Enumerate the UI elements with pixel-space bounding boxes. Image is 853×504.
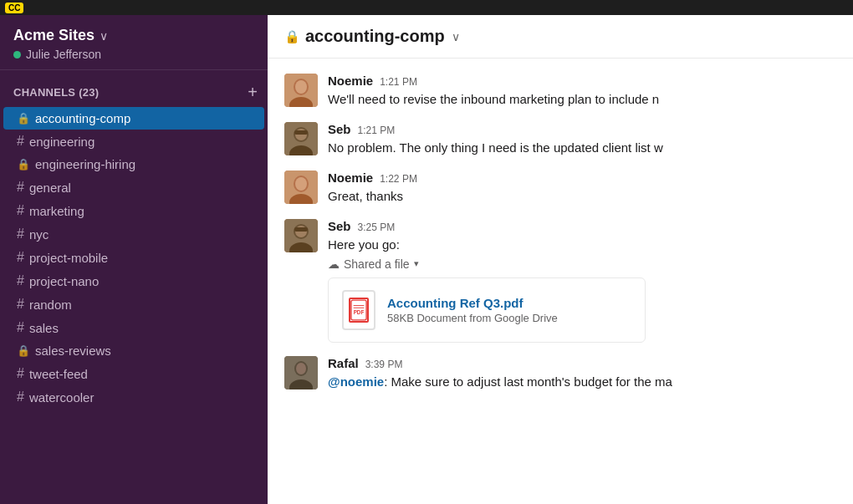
sidebar-item-accounting-comp[interactable]: 🔒 accounting-comp	[3, 107, 264, 130]
channel-header: 🔒 accounting-comp ∨	[268, 15, 853, 59]
message-row: Seb 3:25 PM Here you go: ☁ Shared a file…	[268, 212, 853, 349]
message-body: Noemie 1:22 PM Great, thanks	[328, 171, 836, 206]
hash-icon: #	[17, 320, 24, 335]
sidebar-item-general[interactable]: # general	[3, 176, 264, 199]
workspace-title[interactable]: Acme Sites ∨	[13, 27, 254, 44]
lock-icon: 🔒	[17, 112, 30, 125]
cc-topbar: CC	[0, 0, 853, 15]
shared-file-indicator: ☁ Shared a file ▾	[328, 257, 836, 271]
timestamp: 1:22 PM	[380, 173, 417, 185]
message-row: Seb 1:21 PM No problem. The only thing I…	[268, 115, 853, 164]
sidebar-item-marketing[interactable]: # marketing	[3, 199, 264, 222]
channel-name: engineering	[29, 135, 94, 149]
channel-name: project-nano	[29, 274, 99, 288]
channel-name: random	[29, 298, 72, 312]
timestamp: 1:21 PM	[358, 125, 396, 136]
avatar	[284, 356, 318, 389]
channel-lock-icon: 🔒	[284, 29, 300, 44]
hash-icon: #	[17, 366, 24, 381]
message-row: Rafal 3:39 PM @noemie: Make sure to adju…	[268, 349, 853, 398]
message-header: Rafal 3:39 PM	[328, 356, 836, 370]
hash-icon: #	[17, 180, 24, 195]
avatar	[284, 219, 318, 252]
channel-name: marketing	[29, 204, 84, 218]
file-info: Accounting Ref Q3.pdf 58KB Document from…	[387, 296, 631, 324]
message-header: Noemie 1:22 PM	[328, 171, 836, 185]
channel-name: watercooler	[29, 390, 94, 405]
sender-name: Rafal	[328, 356, 359, 370]
message-row: Noemie 1:22 PM Great, thanks	[268, 164, 853, 212]
hash-icon: #	[17, 389, 24, 405]
lock-icon: 🔒	[17, 158, 30, 171]
shared-file-label: Shared a file	[344, 257, 410, 271]
add-channel-icon[interactable]: +	[248, 84, 258, 100]
messages-area: Noemie 1:21 PM We'll need to revise the …	[268, 59, 853, 504]
avatar	[284, 74, 318, 107]
channel-name: accounting-comp	[35, 111, 130, 125]
channel-name: engineering-hiring	[35, 157, 135, 171]
sidebar-item-sales[interactable]: # sales	[3, 316, 264, 339]
cc-badge: CC	[5, 3, 23, 13]
sidebar-item-nyc[interactable]: # nyc	[3, 222, 264, 246]
channel-name: project-mobile	[29, 251, 108, 265]
hash-icon: #	[17, 227, 24, 242]
message-text: We'll need to revise the inbound marketi…	[328, 90, 836, 109]
channel-name: sales	[29, 321, 59, 335]
hash-icon: #	[17, 134, 24, 149]
hash-icon: #	[17, 250, 24, 265]
sender-name: Noemie	[328, 74, 373, 88]
file-attachment[interactable]: PDF Accounting Ref Q3.pdf 58KB Document …	[328, 277, 646, 343]
user-status: Julie Jefferson	[13, 48, 254, 61]
svg-point-2	[295, 80, 307, 94]
svg-text:PDF: PDF	[354, 308, 365, 314]
app-wrapper: Acme Sites ∨ Julie Jefferson CHANNELS (2…	[0, 15, 853, 504]
message-header: Seb 1:21 PM	[328, 122, 836, 136]
cloud-icon: ☁	[328, 257, 340, 271]
channel-name: sales-reviews	[35, 344, 111, 358]
message-text: Here you go:	[328, 236, 836, 254]
sidebar-item-engineering-hiring[interactable]: 🔒 engineering-hiring	[3, 153, 264, 176]
svg-point-11	[295, 177, 307, 191]
channel-header-name: accounting-comp	[305, 27, 445, 46]
message-header: Seb 3:25 PM	[328, 219, 836, 233]
hash-icon: #	[17, 203, 24, 218]
message-body: Seb 1:21 PM No problem. The only thing I…	[328, 122, 836, 157]
channel-name: general	[29, 181, 71, 195]
sidebar-item-project-mobile[interactable]: # project-mobile	[3, 246, 264, 269]
dropdown-arrow-icon: ▾	[414, 258, 419, 269]
timestamp: 1:21 PM	[380, 76, 417, 88]
page-wrapper: CC Acme Sites ∨ Julie Jefferson CHANNELS…	[0, 0, 853, 504]
sidebar-item-sales-reviews[interactable]: 🔒 sales-reviews	[3, 339, 264, 362]
channels-section: CHANNELS (23) + 🔒 accounting-comp # engi…	[0, 70, 268, 504]
timestamp: 3:39 PM	[365, 359, 403, 370]
hash-icon: #	[17, 273, 24, 288]
message-text-rest: : Make sure to adjust last month's budge…	[384, 374, 672, 389]
sender-name: Noemie	[328, 171, 373, 185]
pdf-label: PDF	[349, 298, 369, 323]
sidebar-item-tweet-feed[interactable]: # tweet-feed	[3, 362, 264, 385]
status-dot-icon	[13, 51, 21, 59]
svg-point-24	[296, 363, 306, 374]
message-row: Noemie 1:21 PM We'll need to revise the …	[268, 67, 853, 115]
channels-section-header: CHANNELS (23) +	[0, 84, 268, 107]
message-text: Great, thanks	[328, 187, 836, 206]
avatar	[284, 122, 318, 155]
main-content: 🔒 accounting-comp ∨	[268, 15, 853, 504]
sidebar-item-watercooler[interactable]: # watercooler	[3, 385, 264, 409]
message-text: @noemie: Make sure to adjust last month'…	[328, 373, 836, 391]
workspace-header: Acme Sites ∨ Julie Jefferson	[0, 15, 268, 70]
mention: @noemie	[328, 374, 384, 389]
svg-rect-16	[294, 227, 308, 232]
pdf-icon: PDF	[342, 290, 375, 330]
sidebar-item-random[interactable]: # random	[3, 293, 264, 316]
sidebar-item-engineering[interactable]: # engineering	[3, 130, 264, 153]
sender-name: Seb	[328, 122, 351, 136]
sidebar-item-project-nano[interactable]: # project-nano	[3, 269, 264, 293]
message-header: Noemie 1:21 PM	[328, 74, 836, 88]
avatar	[284, 171, 318, 204]
message-text: No problem. The only thing I need is the…	[328, 139, 836, 157]
hash-icon: #	[17, 297, 24, 312]
username: Julie Jefferson	[26, 48, 101, 61]
timestamp: 3:25 PM	[358, 221, 396, 233]
file-name[interactable]: Accounting Ref Q3.pdf	[387, 296, 631, 310]
